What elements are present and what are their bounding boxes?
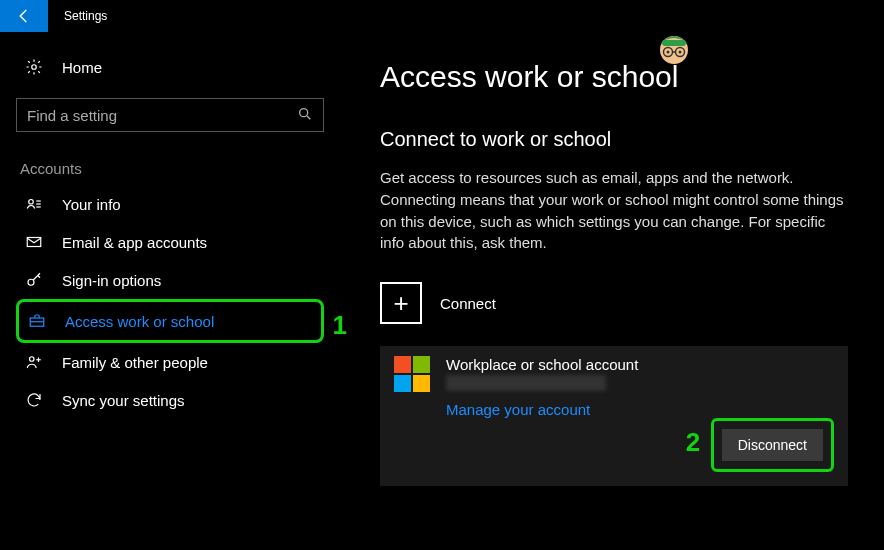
svg-point-11 (30, 357, 35, 362)
account-email-redacted (446, 375, 606, 391)
titlebar: Settings (0, 0, 884, 32)
plus-icon: + (380, 282, 422, 324)
sidebar-item-email-accounts[interactable]: Email & app accounts (16, 223, 324, 261)
person-card-icon (24, 195, 44, 213)
connect-button[interactable]: + Connect (380, 282, 848, 324)
search-input[interactable] (27, 107, 297, 124)
avatar-decoration-icon (652, 26, 696, 70)
disconnect-button[interactable]: Disconnect (722, 429, 823, 461)
people-icon (24, 353, 44, 371)
page-title: Access work or school (380, 60, 848, 94)
sidebar-item-access-work-school[interactable]: Access work or school (19, 302, 321, 340)
key-icon (24, 271, 44, 289)
microsoft-logo-icon (394, 356, 430, 392)
annotation-badge-2: 2 (686, 427, 700, 458)
mail-icon (24, 233, 44, 251)
annotation-highlight-2: Disconnect 2 (711, 418, 834, 472)
search-icon (297, 106, 313, 125)
svg-point-0 (32, 65, 37, 70)
svg-rect-7 (27, 238, 41, 247)
section-subtitle: Connect to work or school (380, 128, 848, 151)
manage-account-link[interactable]: Manage your account (446, 401, 590, 418)
svg-rect-15 (662, 40, 686, 46)
home-label: Home (62, 59, 102, 76)
search-box[interactable] (16, 98, 324, 132)
svg-point-19 (667, 51, 670, 54)
window-title: Settings (48, 9, 107, 23)
section-label-accounts: Accounts (16, 152, 324, 185)
main-content: Access work or school Connect to work or… (340, 32, 884, 550)
sidebar-item-label: Sync your settings (62, 392, 185, 409)
svg-point-8 (28, 279, 34, 285)
sidebar-item-sync[interactable]: Sync your settings (16, 381, 324, 419)
section-description: Get access to resources such as email, a… (380, 167, 848, 254)
home-button[interactable]: Home (16, 46, 324, 88)
svg-point-3 (29, 200, 34, 205)
sidebar-item-signin-options[interactable]: Sign-in options (16, 261, 324, 299)
sidebar-item-label: Email & app accounts (62, 234, 207, 251)
sidebar-item-label: Your info (62, 196, 121, 213)
connect-label: Connect (440, 295, 496, 312)
sidebar-item-family[interactable]: Family & other people (16, 343, 324, 381)
svg-line-2 (307, 116, 310, 119)
svg-point-20 (679, 51, 682, 54)
sidebar-item-label: Family & other people (62, 354, 208, 371)
sync-icon (24, 391, 44, 409)
sidebar-item-label: Sign-in options (62, 272, 161, 289)
account-name: Workplace or school account (446, 356, 834, 373)
annotation-highlight-1: Access work or school 1 (16, 299, 324, 343)
arrow-left-icon (15, 7, 33, 25)
back-button[interactable] (0, 0, 48, 32)
gear-icon (24, 58, 44, 76)
sidebar-item-your-info[interactable]: Your info (16, 185, 324, 223)
svg-point-1 (300, 108, 308, 116)
account-card[interactable]: Workplace or school account Manage your … (380, 346, 848, 486)
sidebar-item-label: Access work or school (65, 313, 214, 330)
sidebar: Home Accounts Your info Email & app acco… (0, 32, 340, 550)
briefcase-icon (27, 312, 47, 330)
